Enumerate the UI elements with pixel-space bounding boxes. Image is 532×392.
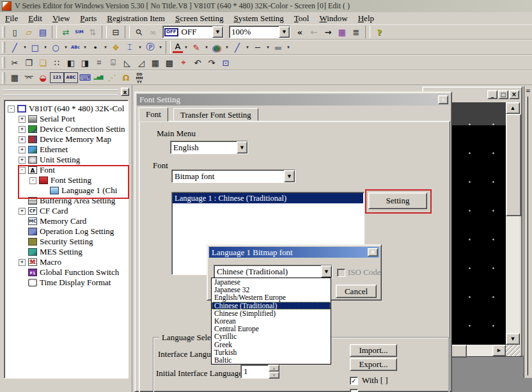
- import-button[interactable]: Import...: [350, 344, 397, 357]
- bitmap-language-combobox[interactable]: Chinese (Traditional) ▼: [214, 265, 332, 278]
- menu-item[interactable]: View: [47, 13, 75, 24]
- language-option[interactable]: Korean: [212, 317, 331, 325]
- tree-expand-box[interactable]: +: [19, 208, 26, 215]
- tree-item[interactable]: + Unit Setting: [4, 155, 128, 165]
- line-type-dropdown-icon[interactable]: ▾: [244, 40, 251, 54]
- frame-expand-icon[interactable]: ⌗: [92, 56, 106, 70]
- minimize-icon[interactable]: _: [487, 90, 497, 99]
- tile-align-icon[interactable]: ▩: [162, 56, 176, 70]
- line-tool-icon[interactable]: ╱: [8, 40, 22, 54]
- maximize-icon[interactable]: □: [498, 90, 508, 99]
- tree-expand-box[interactable]: +: [19, 146, 26, 153]
- paint-tool-icon[interactable]: ❖: [109, 40, 123, 54]
- language-option[interactable]: Baltic: [212, 356, 331, 364]
- bar-graph-part-icon[interactable]: ▂▅▇: [92, 71, 105, 85]
- tree-expand-box[interactable]: +: [19, 259, 26, 266]
- send-to-back-icon[interactable]: ◨: [78, 56, 92, 70]
- undo-icon[interactable]: ↶: [191, 56, 205, 70]
- partial-checkbox[interactable]: [350, 389, 358, 392]
- help-icon[interactable]: ?: [372, 25, 386, 39]
- multi-copy-icon[interactable]: ∷: [50, 56, 64, 70]
- checkmark-icon[interactable]: ✓: [350, 377, 358, 385]
- tree-expand-box[interactable]: +: [19, 157, 26, 164]
- trend-graph-part-icon[interactable]: ⋰: [105, 71, 119, 85]
- language-option[interactable]: English/Western Europe: [212, 294, 331, 301]
- tree-item[interactable]: + Serial Port: [4, 114, 128, 124]
- tree-item[interactable]: F1 Global Function Switch: [4, 267, 128, 278]
- line-width-dropdown-icon[interactable]: ▾: [265, 40, 271, 54]
- item-list-icon[interactable]: ≣: [349, 25, 363, 39]
- lamp-part-icon[interactable]: ◒: [36, 71, 50, 85]
- tree-item[interactable]: - A Font: [4, 165, 128, 175]
- text-tool-dropdown-icon[interactable]: ▾: [82, 40, 88, 54]
- tab-font[interactable]: Font: [139, 107, 168, 122]
- tree-item[interactable]: MES Setting: [4, 247, 128, 257]
- grid-align-icon[interactable]: ▦: [148, 56, 162, 70]
- parts-place-dropdown-icon[interactable]: ▾: [157, 40, 164, 54]
- tree-item[interactable]: + M Macro: [4, 257, 128, 267]
- line-type-icon[interactable]: ╱: [230, 40, 244, 54]
- resize-grip[interactable]: [506, 345, 520, 356]
- language-option[interactable]: Central Europe: [212, 325, 331, 333]
- scroll-up-icon[interactable]: ▲: [506, 102, 520, 114]
- save-icon[interactable]: ▤: [36, 25, 50, 39]
- menu-item[interactable]: Edit: [23, 13, 47, 24]
- tree-item[interactable]: Time Display Format: [4, 278, 128, 288]
- rotate-right-icon[interactable]: ◿: [134, 56, 148, 70]
- tree-item[interactable]: + CF CF Card: [4, 206, 128, 216]
- select-mode-icon[interactable]: ⊡: [219, 56, 233, 70]
- date-display-part-icon[interactable]: DD MM YY: [133, 71, 146, 85]
- tree-expand-box[interactable]: +: [19, 116, 26, 123]
- fill-style-icon[interactable]: ▬: [271, 40, 285, 54]
- palette-icon[interactable]: ◉: [210, 40, 224, 54]
- text-tool-icon[interactable]: ABc: [69, 40, 82, 54]
- chevron-down-icon[interactable]: ▼: [321, 265, 332, 278]
- initial-interface-language-input[interactable]: [240, 365, 269, 379]
- transfer-icon[interactable]: ⇄: [59, 25, 73, 39]
- tree-item[interactable]: Language 1 (Chi: [4, 185, 128, 196]
- menu-item[interactable]: Parts: [75, 13, 102, 24]
- language-option[interactable]: Japanese 32: [212, 286, 331, 294]
- scroll-right-icon[interactable]: ▶: [492, 345, 506, 356]
- tab-transfer-font-setting[interactable]: Transfer Font Setting: [173, 108, 258, 121]
- line-width-icon[interactable]: ─: [251, 40, 265, 54]
- redo-icon[interactable]: ↷: [205, 56, 219, 70]
- close-icon[interactable]: ×: [438, 95, 448, 104]
- prev-screen-icon[interactable]: «: [293, 25, 307, 39]
- char-display-part-icon[interactable]: ABC: [64, 72, 78, 83]
- spin-up-icon[interactable]: ▲: [269, 365, 279, 372]
- menu-item[interactable]: Tool: [289, 13, 315, 24]
- simulator-icon[interactable]: SIM: [73, 25, 86, 39]
- ellipse-tool-dropdown-icon[interactable]: ▾: [63, 40, 69, 54]
- copy-icon[interactable]: ❐: [22, 56, 36, 70]
- iso-code-checkbox[interactable]: ISO Code: [337, 267, 381, 278]
- paste-icon[interactable]: ❏: [36, 56, 50, 70]
- cancel-button[interactable]: Cancel: [336, 285, 377, 298]
- menu-item[interactable]: Window: [314, 13, 352, 24]
- language-option[interactable]: Chinese (Simplified): [212, 310, 331, 317]
- cut-icon[interactable]: ✂: [8, 56, 22, 70]
- menu-item[interactable]: System Setting: [228, 13, 288, 24]
- rotate-left-icon[interactable]: ◺: [120, 56, 134, 70]
- compare-transfer-icon[interactable]: ⇅: [86, 25, 100, 39]
- tree-item[interactable]: Security Setting: [4, 237, 128, 247]
- tree-item[interactable]: + Device Memory Map: [4, 134, 128, 145]
- new-file-icon[interactable]: ▯: [8, 25, 22, 39]
- close-icon[interactable]: ×: [368, 248, 378, 256]
- rect-tool-dropdown-icon[interactable]: ▾: [42, 40, 49, 54]
- with-brackets-checkbox[interactable]: ✓ With [ ]: [350, 375, 388, 386]
- dot-tool-icon[interactable]: •: [88, 40, 102, 54]
- fill-style-dropdown-icon[interactable]: ▾: [285, 40, 292, 54]
- bring-to-front-icon[interactable]: ◧: [64, 56, 78, 70]
- pen-color-icon[interactable]: ✎: [189, 40, 203, 54]
- tree-item[interactable]: Buffering Area Setting: [4, 196, 128, 206]
- panel-drag-grip[interactable]: [3, 90, 118, 96]
- ellipse-tool-icon[interactable]: ○: [49, 40, 63, 54]
- tree-item[interactable]: + Device Connection Settin: [4, 124, 128, 134]
- main-menu-combobox[interactable]: English ▼: [170, 141, 248, 154]
- palette-dropdown-icon[interactable]: ▾: [224, 40, 230, 54]
- chevron-down-icon[interactable]: ▼: [279, 26, 290, 38]
- dot-tool-dropdown-icon[interactable]: ▾: [102, 40, 109, 54]
- tree-item[interactable]: - V810T (640 * 480) 32K-Col: [4, 104, 128, 114]
- menu-item[interactable]: Screen Setting: [170, 13, 228, 24]
